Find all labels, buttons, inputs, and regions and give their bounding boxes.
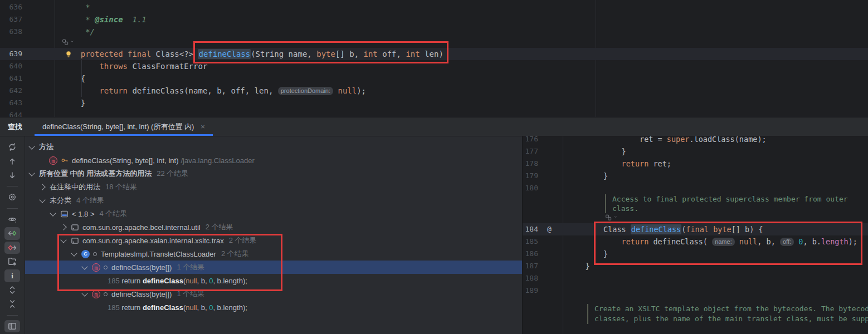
code-segment: byte: [316, 50, 335, 58]
code-segment: len): [420, 50, 443, 58]
chevron-down-icon[interactable]: [60, 237, 66, 243]
editor-line-640: 640 throws ClassFormatError: [0, 60, 868, 72]
code-segment: int: [406, 50, 420, 58]
tree-row[interactable]: 未分类4 个结果: [25, 194, 522, 207]
code-segment: final: [686, 225, 709, 234]
tree-item-label: com.sun.org.apache.xalan.internal.xsltc.…: [82, 237, 224, 245]
next-occurrence-button[interactable]: [4, 169, 20, 181]
visibility-icon: [93, 252, 97, 256]
code-segment: 185: [108, 303, 121, 312]
code-line: throws ClassFormatError: [0, 60, 868, 72]
main-code-editor[interactable]: 636 *637 * @since 1.1638 */639 protected…: [0, 0, 868, 117]
code-line: return defineClass(name, b, off, len, pr…: [0, 85, 868, 97]
tree-row[interactable]: 所有位置 中的 用法或基方法的用法22 个结果: [25, 167, 522, 180]
previous-occurrence-button[interactable]: [4, 155, 20, 167]
tree-row[interactable]: CTemplatesImpl.TransletClassLoader2 个结果: [25, 247, 522, 261]
chevron-down-icon[interactable]: [50, 210, 56, 216]
result-count: 1 个结果: [177, 289, 204, 299]
chevron-down-icon[interactable]: [28, 170, 35, 176]
preview-eye-button[interactable]: [4, 213, 20, 225]
code-segment: defineClass: [143, 277, 183, 285]
tree-item-label: 方法: [39, 142, 53, 152]
line-number: 189: [523, 284, 538, 297]
chevron-right-icon[interactable]: [60, 224, 66, 230]
expand-all-button[interactable]: [4, 284, 20, 296]
editor-line-636: 636 *: [0, 1, 868, 13]
code-segment: off:: [780, 238, 794, 246]
tree-row[interactable]: com.sun.org.apache.bcel.internal.util2 个…: [25, 220, 522, 234]
inlay-usages-row: [523, 213, 868, 223]
usages-tree[interactable]: 方法mdefineClass(String, byte[], int, int)…: [25, 136, 522, 334]
code-line: */: [0, 26, 868, 38]
tab-close-icon[interactable]: ×: [201, 122, 205, 131]
settings-gear-icon: [8, 193, 17, 202]
code-segment: [794, 237, 798, 246]
code-line: return ret;: [523, 158, 868, 170]
rerun-button[interactable]: [4, 141, 20, 153]
preview-layout-button[interactable]: [4, 320, 20, 332]
code-segment: defineClass: [198, 49, 251, 59]
open-in-new-tab-button[interactable]: [4, 256, 20, 268]
toolbar-divider: [7, 208, 18, 209]
tree-row[interactable]: com.sun.org.apache.xalan.internal.xsltc.…: [25, 234, 522, 247]
tree-row[interactable]: < 1.8 >4 个结果: [25, 207, 522, 220]
jump-to-source-icon: [8, 229, 17, 238]
code-segment: throws: [99, 62, 128, 71]
code-segment: protected: [81, 50, 123, 58]
editor-line-642: 642 return defineClass(name, b, off, len…: [0, 85, 868, 97]
chevron-down-icon[interactable]: [81, 290, 87, 296]
find-results-tab[interactable]: defineClass(String, byte[], int, int) (所…: [35, 117, 213, 136]
code-segment: null: [186, 303, 197, 312]
code-segment: );: [849, 237, 857, 246]
visibility-icon: [104, 266, 108, 269]
ide-window: 636 *637 * @since 1.1638 */639 protected…: [0, 0, 868, 334]
code-line: ret = super.loadClass(name);: [523, 136, 868, 145]
tree-usage-snippet-row[interactable]: 185 return defineClass(null, b, 0, b.len…: [25, 274, 522, 287]
code-segment: return: [99, 86, 128, 95]
editor-line-189: 189: [523, 284, 868, 297]
chevron-down-icon[interactable]: [39, 197, 45, 203]
info-icon: i: [11, 272, 13, 281]
chevron-down-icon[interactable]: [81, 263, 87, 269]
tree-item-label: defineClass(String, byte[], int, int): [72, 156, 178, 165]
chevron-down-icon[interactable]: [28, 143, 35, 149]
code-segment: final: [128, 50, 151, 58]
editor-line-638: 638 */: [0, 26, 868, 38]
chevron-down-icon[interactable]: [71, 250, 77, 256]
rerun-icon: [8, 143, 17, 151]
result-count: 1 个结果: [177, 262, 204, 272]
tab-title: defineClass(String, byte[], int, int) (所…: [42, 122, 194, 132]
usages-inlay-icon[interactable]: [605, 214, 619, 222]
line-number: 644: [0, 109, 22, 117]
chevron-right-icon[interactable]: [39, 184, 45, 190]
autoscroll-to-source-button[interactable]: [4, 242, 20, 254]
doc-comment-text: Access to final protected superclass mem…: [605, 194, 868, 213]
editor-line-637: 637 * @since 1.1: [0, 13, 868, 26]
settings-gear-button[interactable]: [4, 191, 20, 203]
info-button[interactable]: i: [4, 269, 20, 282]
editor-line-185: 185 return defineClass( name: null, b, o…: [523, 235, 868, 248]
code-segment: null: [739, 237, 758, 246]
code-line: return defineClass( name: null, b, off: …: [523, 235, 868, 248]
tree-item-label: 在注释中的用法: [50, 182, 100, 192]
rendered-doc-comment-bottom: Create an XSLTC template object from the…: [587, 304, 868, 324]
usages-inlay-icon[interactable]: [62, 39, 76, 46]
tree-item-label: TemplatesImpl.TransletClassLoader: [101, 250, 216, 258]
code-segment: .loadClass(name);: [689, 136, 766, 144]
tree-item-location: /java.lang.ClassLoader: [181, 156, 254, 165]
result-count: 22 个结果: [157, 169, 188, 179]
jump-to-source-button[interactable]: [4, 227, 20, 239]
usage-code-snippet: 185 return defineClass(null, b, 0, b.len…: [108, 277, 247, 285]
tree-row[interactable]: mdefineClass(String, byte[], int, int)/j…: [25, 154, 522, 167]
preview-code-editor[interactable]: 176 ret = super.loadClass(name);177 }178…: [522, 136, 868, 334]
code-segment: byte: [713, 225, 732, 234]
tree-usage-snippet-row[interactable]: 185 return defineClass(null, b, 0, b.len…: [25, 301, 522, 314]
code-segment: [123, 50, 128, 58]
collapse-all-button[interactable]: [4, 298, 20, 310]
code-segment: */: [62, 27, 95, 36]
tree-row[interactable]: 在注释中的用法18 个结果: [25, 180, 522, 194]
tree-row[interactable]: mdefineClass(byte[])1 个结果: [25, 261, 522, 274]
tree-row[interactable]: mdefineClass(byte[])1 个结果: [25, 287, 522, 301]
tree-row[interactable]: 方法: [25, 140, 522, 154]
indent-guide: [81, 60, 82, 97]
